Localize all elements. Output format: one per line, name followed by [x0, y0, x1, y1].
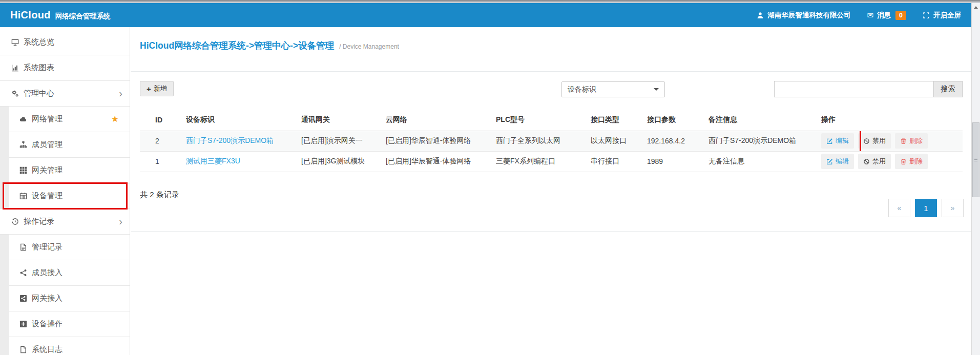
column-header: PLC型号	[496, 109, 591, 131]
table-cell: 串行接口	[591, 151, 647, 172]
device-link[interactable]: 测试用三菱FX3U	[186, 157, 240, 165]
search-group: 搜索	[774, 81, 963, 97]
column-header: ID	[140, 109, 186, 131]
sidebar-item-gateway-mgmt[interactable]: 网关管理	[0, 158, 130, 183]
filter-select[interactable]: 设备标识	[561, 81, 665, 97]
table-cell: 西门子S7-200演示DEMO箱	[708, 131, 821, 151]
calendar-icon	[19, 192, 27, 200]
app-brand: HiCloud 网络综合管理系统	[10, 9, 111, 21]
plus-square-icon	[19, 320, 27, 328]
submenu-gutter	[0, 107, 9, 132]
desktop-icon	[11, 38, 19, 46]
sidebar-item-label: 管理记录	[32, 242, 62, 252]
edit-button[interactable]: 编辑	[821, 154, 854, 169]
edit-button[interactable]: 编辑	[821, 133, 854, 149]
cell-cloud-network: [已启用]华辰智通-体验网络	[386, 136, 471, 144]
sidebar-nav: 系统总览系统图表管理中心›网络管理★成员管理网关管理设备管理操作记录›管理记录成…	[0, 27, 130, 355]
cell-interface-param: 1989	[647, 157, 663, 165]
page-next-button[interactable]: »	[942, 199, 964, 217]
vertical-scrollbar	[971, 3, 980, 355]
sidebar-item-label: 网关管理	[32, 165, 62, 175]
sidebar-item-admin-center[interactable]: 管理中心›	[0, 81, 130, 107]
messages-count-badge: 0	[895, 11, 906, 20]
caret-down-icon	[654, 88, 659, 91]
fullscreen-icon	[923, 12, 930, 19]
sidebar-item-admin-log[interactable]: 管理记录	[0, 235, 130, 260]
sidebar-item-operation-log[interactable]: 操作记录›	[0, 209, 130, 235]
add-button-label: 新增	[154, 84, 167, 93]
table-cell-actions: 编辑禁用删除	[821, 151, 963, 172]
action-wrap: 禁用	[858, 133, 895, 149]
page-subtitle: / Device Management	[339, 43, 399, 50]
submenu-gutter	[0, 337, 9, 355]
delete-button[interactable]: 删除	[895, 133, 928, 149]
action-wrap: 删除	[895, 154, 932, 169]
bar-chart-icon	[11, 64, 19, 72]
cloud-icon	[19, 115, 27, 123]
sidebar-item-system-charts[interactable]: 系统图表	[0, 55, 130, 81]
delete-icon	[900, 158, 907, 165]
disable-button[interactable]: 禁用	[858, 154, 891, 169]
search-button[interactable]: 搜索	[934, 81, 963, 97]
delete-button-label: 删除	[909, 136, 923, 145]
sidebar-item-device-operation[interactable]: 设备操作	[0, 311, 130, 337]
table-cell: 以太网接口	[591, 131, 647, 151]
gears-icon	[11, 90, 19, 97]
table-cell: [已启用]演示网关一	[301, 131, 386, 151]
chevron-right-icon: ›	[119, 88, 122, 98]
cell-id: 1	[155, 157, 159, 165]
sitemap-icon	[19, 141, 27, 149]
edit-button-label: 编辑	[836, 136, 849, 145]
fullscreen-label: 开启全屏	[933, 11, 961, 20]
edit-icon	[826, 158, 833, 165]
table-cell: 无备注信息	[708, 151, 821, 172]
delete-icon	[900, 138, 907, 144]
device-table: ID设备标识通讯网关云网络PLC型号接口类型接口参数备注信息操作 2西门子S7-…	[140, 109, 963, 172]
sidebar-item-member-access[interactable]: 成员接入	[0, 260, 130, 286]
table-cell: 三菱FX系列编程口	[496, 151, 591, 172]
sidebar-item-network-mgmt[interactable]: 网络管理★	[0, 107, 130, 132]
cell-id: 2	[155, 137, 159, 145]
table-cell: 测试用三菱FX3U	[186, 151, 301, 172]
table-cell-actions: 编辑禁用删除	[821, 131, 963, 151]
action-wrap: 编辑	[821, 154, 858, 169]
page-title: HiCloud网络综合管理系统->管理中心->设备管理	[140, 39, 334, 52]
disable-button[interactable]: 禁用	[858, 133, 891, 149]
plus-icon: +	[147, 85, 151, 93]
top-navbar: HiCloud 网络综合管理系统 湖南华辰智通科技有限公司 ✉ 消息 0 开启全…	[0, 3, 971, 27]
sidebar-item-gateway-access[interactable]: 网关接入	[0, 286, 130, 311]
delete-button[interactable]: 删除	[895, 154, 928, 169]
sidebar-item-system-overview[interactable]: 系统总览	[0, 30, 130, 55]
sidebar-item-system-log[interactable]: 系统日志	[0, 337, 130, 355]
table-cell: 192.168.4.2	[647, 131, 708, 151]
page-prev-button[interactable]: «	[888, 199, 910, 217]
sidebar-item-label: 网络管理	[32, 114, 62, 124]
action-wrap: 禁用	[858, 154, 895, 169]
file-text-icon	[19, 243, 27, 251]
sidebar-item-label: 设备管理	[32, 191, 62, 201]
submenu-gutter	[0, 311, 9, 337]
scrollbar-up-button[interactable]	[972, 3, 980, 11]
submenu-gutter	[0, 286, 9, 311]
company-menu[interactable]: 湖南华辰智通科技有限公司	[757, 11, 850, 20]
page-number-button[interactable]: 1	[915, 199, 937, 217]
column-header: 接口类型	[591, 109, 647, 131]
device-link[interactable]: 西门子S7-200演示DEMO箱	[186, 136, 274, 144]
messages-menu[interactable]: ✉ 消息 0	[867, 11, 906, 20]
fullscreen-button[interactable]: 开启全屏	[923, 11, 961, 20]
cell-plc-model: 西门子全系列以太网	[496, 136, 560, 144]
scrollbar-thumb[interactable]	[972, 122, 979, 197]
sidebar-item-label: 成员管理	[32, 140, 62, 150]
sidebar-item-label: 管理中心	[24, 89, 54, 98]
sidebar-item-label: 操作记录	[24, 217, 54, 226]
submenu-gutter	[0, 260, 9, 286]
sidebar-item-device-mgmt[interactable]: 设备管理	[0, 183, 130, 209]
add-button[interactable]: + 新增	[140, 81, 174, 96]
sidebar-item-member-mgmt[interactable]: 成员管理	[0, 132, 130, 158]
cell-remark: 西门子S7-200演示DEMO箱	[708, 136, 796, 144]
cell-interface-param: 192.168.4.2	[647, 137, 685, 145]
chevron-right-icon: ›	[119, 216, 122, 226]
search-input[interactable]	[774, 81, 934, 97]
submenu-gutter	[0, 235, 9, 260]
column-header: 通讯网关	[301, 109, 386, 131]
